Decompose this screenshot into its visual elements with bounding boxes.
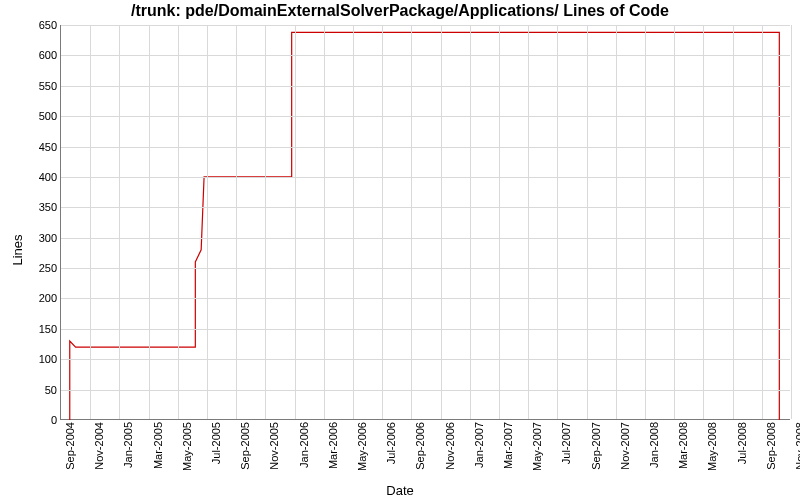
xtick-label: Jul-2007 bbox=[560, 422, 572, 482]
gridline-v bbox=[703, 25, 704, 419]
xtick-label: Sep-2008 bbox=[765, 422, 777, 482]
xtick-label: Nov-2004 bbox=[93, 422, 105, 482]
gridline-h bbox=[61, 25, 790, 26]
xtick-label: Sep-2007 bbox=[590, 422, 602, 482]
gridline-h bbox=[61, 298, 790, 299]
xtick-label: Nov-2008 bbox=[794, 422, 800, 482]
gridline-v bbox=[411, 25, 412, 419]
chart-title: /trunk: pde/DomainExternalSolverPackage/… bbox=[0, 2, 800, 20]
xtick-label: Mar-2006 bbox=[327, 422, 339, 482]
xtick-label: Sep-2004 bbox=[64, 422, 76, 482]
gridline-h bbox=[61, 238, 790, 239]
ytick-label: 50 bbox=[7, 384, 57, 396]
gridline-v bbox=[295, 25, 296, 419]
gridline-v bbox=[733, 25, 734, 419]
ytick-label: 550 bbox=[7, 80, 57, 92]
gridline-v bbox=[178, 25, 179, 419]
gridline-h bbox=[61, 147, 790, 148]
xtick-label: Mar-2005 bbox=[152, 422, 164, 482]
xtick-label: May-2006 bbox=[356, 422, 368, 482]
xtick-label: May-2007 bbox=[531, 422, 543, 482]
xtick-label: Nov-2006 bbox=[444, 422, 456, 482]
xtick-label: May-2008 bbox=[706, 422, 718, 482]
gridline-v bbox=[499, 25, 500, 419]
gridline-v bbox=[645, 25, 646, 419]
ytick-label: 250 bbox=[7, 262, 57, 274]
xtick-label: Jan-2007 bbox=[473, 422, 485, 482]
gridline-v bbox=[353, 25, 354, 419]
gridline-v bbox=[119, 25, 120, 419]
xtick-label: Jan-2008 bbox=[648, 422, 660, 482]
ytick-label: 600 bbox=[7, 49, 57, 61]
gridline-v bbox=[616, 25, 617, 419]
gridline-h bbox=[61, 177, 790, 178]
xtick-label: Jul-2005 bbox=[210, 422, 222, 482]
gridline-v bbox=[236, 25, 237, 419]
gridline-v bbox=[762, 25, 763, 419]
x-axis-label: Date bbox=[0, 483, 800, 498]
xtick-label: Sep-2006 bbox=[414, 422, 426, 482]
xtick-label: May-2005 bbox=[181, 422, 193, 482]
loc-chart: /trunk: pde/DomainExternalSolverPackage/… bbox=[0, 0, 800, 500]
xtick-label: Mar-2007 bbox=[502, 422, 514, 482]
gridline-h bbox=[61, 55, 790, 56]
ytick-label: 650 bbox=[7, 19, 57, 31]
ytick-label: 500 bbox=[7, 110, 57, 122]
ytick-label: 450 bbox=[7, 141, 57, 153]
gridline-v bbox=[324, 25, 325, 419]
xtick-label: Jan-2005 bbox=[122, 422, 134, 482]
gridline-v bbox=[528, 25, 529, 419]
gridline-h bbox=[61, 116, 790, 117]
xtick-label: Sep-2005 bbox=[239, 422, 251, 482]
gridline-v bbox=[265, 25, 266, 419]
gridline-v bbox=[470, 25, 471, 419]
gridline-h bbox=[61, 207, 790, 208]
gridline-v bbox=[587, 25, 588, 419]
gridline-h bbox=[61, 359, 790, 360]
gridline-h bbox=[61, 329, 790, 330]
xtick-label: Jul-2006 bbox=[385, 422, 397, 482]
ytick-label: 400 bbox=[7, 171, 57, 183]
gridline-h bbox=[61, 86, 790, 87]
gridline-h bbox=[61, 268, 790, 269]
xtick-label: Jan-2006 bbox=[298, 422, 310, 482]
ytick-label: 200 bbox=[7, 292, 57, 304]
ytick-label: 300 bbox=[7, 232, 57, 244]
ytick-label: 350 bbox=[7, 201, 57, 213]
gridline-v bbox=[90, 25, 91, 419]
xtick-label: Nov-2005 bbox=[268, 422, 280, 482]
gridline-v bbox=[674, 25, 675, 419]
xtick-label: Mar-2008 bbox=[677, 422, 689, 482]
gridline-v bbox=[149, 25, 150, 419]
gridline-v bbox=[441, 25, 442, 419]
gridline-v bbox=[557, 25, 558, 419]
plot-area bbox=[60, 25, 790, 420]
xtick-label: Jul-2008 bbox=[736, 422, 748, 482]
ytick-label: 150 bbox=[7, 323, 57, 335]
gridline-v bbox=[791, 25, 792, 419]
gridline-v bbox=[382, 25, 383, 419]
ytick-label: 0 bbox=[7, 414, 57, 426]
gridline-h bbox=[61, 390, 790, 391]
xtick-label: Nov-2007 bbox=[619, 422, 631, 482]
gridline-v bbox=[207, 25, 208, 419]
ytick-label: 100 bbox=[7, 353, 57, 365]
